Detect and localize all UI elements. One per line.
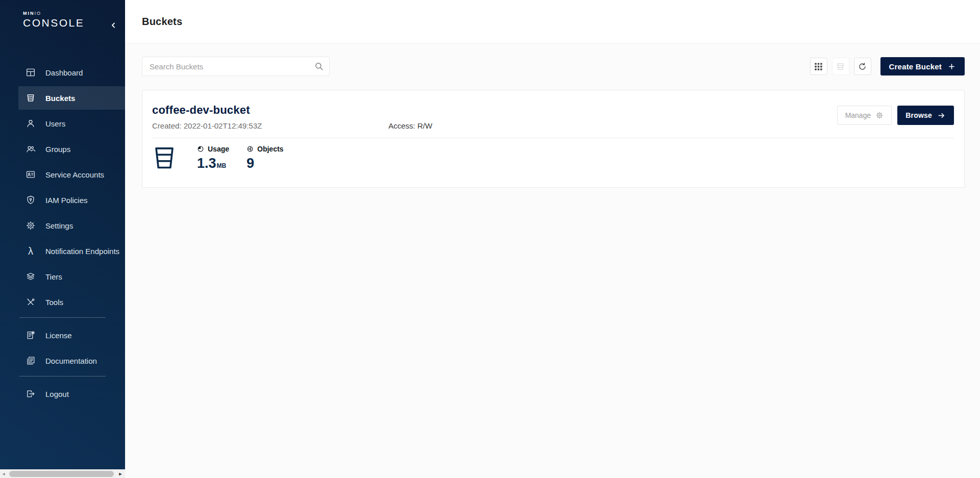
card-divider — [152, 138, 954, 138]
usage-metric: Usage 1.3 MB — [197, 145, 229, 171]
usage-value-row: 1.3 MB — [197, 156, 229, 171]
sidebar-body: MINIO CONSOLE Dashboard — [0, 0, 125, 469]
service-accounts-icon — [26, 169, 36, 180]
tools-icon — [26, 297, 36, 307]
objects-value: 9 — [247, 156, 254, 171]
sidebar: MINIO CONSOLE Dashboard — [0, 0, 125, 478]
buckets-icon — [26, 93, 36, 103]
objects-label-row: Objects — [247, 145, 283, 153]
users-icon — [26, 118, 36, 129]
sidebar-item-label: Tools — [45, 298, 63, 307]
plus-icon — [947, 62, 956, 71]
sidebar-item-service-accounts[interactable]: Service Accounts — [18, 163, 125, 186]
license-icon — [26, 330, 36, 340]
search-icon — [314, 61, 324, 71]
sidebar-item-buckets[interactable]: Buckets — [18, 86, 125, 110]
usage-label: Usage — [208, 145, 229, 153]
sidebar-logo: MINIO CONSOLE — [0, 0, 125, 43]
logo-min: MIN — [23, 11, 35, 16]
sidebar-item-documentation[interactable]: Documentation — [18, 349, 125, 372]
manage-button[interactable]: Manage — [837, 106, 892, 125]
browse-button[interactable]: Browse — [897, 106, 954, 125]
sidebar-divider — [19, 376, 106, 376]
usage-pie-icon — [197, 145, 204, 153]
usage-unit: MB — [217, 162, 227, 169]
sidebar-item-label: Buckets — [45, 94, 75, 103]
create-bucket-button[interactable]: Create Bucket — [880, 57, 965, 76]
bucket-list-view-icon — [836, 62, 845, 71]
browse-label: Browse — [905, 111, 932, 119]
lambda-icon: λ — [26, 246, 36, 256]
logo-io: IO — [35, 11, 42, 16]
grid-view-button[interactable] — [810, 58, 827, 75]
search-input[interactable] — [142, 57, 330, 76]
chevron-left-icon — [110, 21, 117, 29]
sidebar-item-users[interactable]: Users — [18, 112, 125, 135]
buckets-toolbar: Create Bucket — [142, 57, 965, 76]
sidebar-divider — [19, 317, 106, 318]
grid-view-icon — [814, 62, 823, 71]
sidebar-item-iam-policies[interactable]: IAM Policies — [18, 188, 125, 212]
gear-icon — [875, 111, 884, 119]
minio-wordmark: MINIO — [23, 11, 125, 16]
bucket-access: Access: R/W — [388, 121, 432, 130]
search-wrapper — [142, 57, 330, 76]
sidebar-nav: Dashboard Buckets Users — [0, 61, 125, 406]
objects-icon — [247, 145, 254, 153]
sidebar-item-label: Settings — [45, 221, 73, 230]
sidebar-item-label: Groups — [45, 145, 70, 154]
sidebar-item-label: Logout — [45, 390, 69, 398]
toolbar-actions: Create Bucket — [810, 57, 965, 76]
minio-console-app: MINIO CONSOLE Dashboard — [0, 0, 980, 478]
scrollbar-left-arrow-icon[interactable]: ◄ — [0, 469, 7, 478]
sidebar-item-settings[interactable]: Settings — [18, 214, 125, 237]
list-view-button[interactable] — [832, 58, 849, 75]
sidebar-item-dashboard[interactable]: Dashboard — [18, 61, 125, 84]
sidebar-item-label: Tiers — [45, 272, 62, 281]
page-header: Buckets — [125, 0, 980, 43]
sidebar-item-label: Users — [45, 119, 65, 128]
usage-label-row: Usage — [197, 145, 229, 153]
sidebar-item-label: License — [45, 331, 72, 340]
objects-label: Objects — [257, 145, 283, 153]
create-bucket-label: Create Bucket — [889, 62, 942, 71]
sidebar-collapse-button[interactable] — [108, 19, 119, 31]
bucket-meta: Created: 2022-01-02T12:49:53Z Access: R/… — [152, 121, 954, 130]
dashboard-icon — [26, 67, 36, 78]
bucket-icon — [152, 145, 177, 172]
sidebar-item-label: Service Accounts — [45, 170, 104, 179]
bucket-card[interactable]: coffee-dev-bucket Created: 2022-01-02T12… — [142, 90, 965, 188]
bucket-card-buttons: Manage Browse — [837, 106, 954, 125]
refresh-icon — [857, 62, 867, 71]
sidebar-item-license[interactable]: License — [18, 323, 125, 347]
bucket-metrics: Usage 1.3 MB Objects — [152, 145, 954, 172]
settings-gear-icon — [26, 220, 36, 231]
iam-policies-icon — [26, 195, 36, 205]
tiers-layers-icon — [26, 271, 36, 282]
bucket-name[interactable]: coffee-dev-bucket — [152, 104, 954, 117]
objects-metric: Objects 9 — [247, 145, 283, 171]
sidebar-item-label: Notification Endpoints — [45, 247, 119, 256]
sidebar-item-label: IAM Policies — [45, 196, 88, 205]
manage-label: Manage — [845, 111, 871, 119]
objects-value-row: 9 — [247, 156, 283, 171]
groups-icon — [26, 144, 36, 154]
sidebar-item-label: Documentation — [45, 357, 97, 365]
sidebar-horizontal-scrollbar[interactable]: ◄ ► — [0, 469, 125, 478]
usage-value: 1.3 — [197, 156, 216, 171]
scrollbar-right-arrow-icon[interactable]: ► — [117, 469, 124, 478]
page-title: Buckets — [142, 16, 182, 28]
sidebar-item-notification-endpoints[interactable]: λ Notification Endpoints — [18, 239, 125, 263]
main-area: Buckets — [125, 0, 980, 478]
sidebar-item-logout[interactable]: Logout — [18, 382, 125, 406]
logout-icon — [26, 389, 36, 399]
scrollbar-thumb[interactable] — [9, 471, 114, 477]
documentation-icon — [26, 356, 36, 366]
sidebar-item-tiers[interactable]: Tiers — [18, 265, 125, 288]
refresh-button[interactable] — [854, 58, 871, 75]
sidebar-item-tools[interactable]: Tools — [18, 290, 125, 314]
sidebar-item-groups[interactable]: Groups — [18, 137, 125, 161]
arrow-right-icon — [937, 111, 946, 120]
sidebar-item-label: Dashboard — [45, 68, 83, 77]
bucket-created: Created: 2022-01-02T12:49:53Z — [152, 121, 388, 130]
